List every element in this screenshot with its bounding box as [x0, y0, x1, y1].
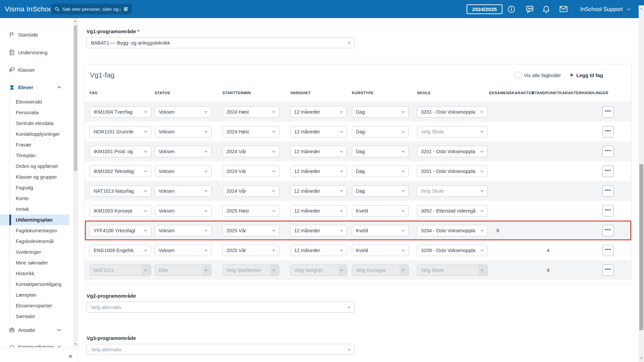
- sidebar-item-elever[interactable]: Elever: [0, 83, 73, 91]
- sidebar-scrollbar[interactable]: ▲ ▼: [73, 18, 78, 347]
- sidebar-subitem-personalia[interactable]: Personalia: [0, 107, 73, 118]
- sidebar-scrollbar-thumb[interactable]: [74, 25, 77, 171]
- sidebar-subitem-samtaler[interactable]: Samtaler: [0, 311, 73, 322]
- sidebar-subitem-inntak[interactable]: Inntak: [0, 204, 73, 215]
- row-actions-button[interactable]: •••: [602, 264, 614, 276]
- skole-select[interactable]: 3052 - Etterstad videregå: [417, 205, 488, 217]
- collapse-sidebar-icon[interactable]: «: [68, 352, 72, 359]
- vg3-program-select[interactable]: Velg alternativ: [87, 344, 355, 355]
- sidebar-item-undervisning[interactable]: Undervisning: [0, 48, 73, 56]
- kurstype-select[interactable]: Dag: [352, 166, 409, 177]
- vg2-program-select[interactable]: Velg alternativ: [87, 302, 355, 313]
- starttermin-select[interactable]: 2024 Vår: [222, 146, 279, 157]
- status-select[interactable]: Voksen: [155, 166, 212, 177]
- fag-select[interactable]: IKM1003 Konsept: [90, 205, 151, 217]
- checkbox-icon[interactable]: [515, 72, 522, 78]
- sidebar-subitem-klasser-og-grupper[interactable]: Klasser og grupper: [0, 172, 73, 182]
- starttermin-select[interactable]: 2025 Vår: [222, 225, 279, 236]
- sidebar-subitem-konto[interactable]: Konto: [0, 193, 73, 204]
- starttermin-select[interactable]: 2024 Høst: [222, 126, 279, 137]
- scroll-down-icon[interactable]: ▼: [73, 342, 78, 347]
- show-all-codes-toggle[interactable]: Vis alle fagkoder: [515, 72, 561, 78]
- varighet-select[interactable]: 12 måneder: [290, 166, 347, 177]
- fag-select[interactable]: IKM1001 Prod. og: [90, 146, 151, 157]
- row-actions-button[interactable]: •••: [602, 225, 614, 236]
- row-actions-button[interactable]: •••: [602, 106, 614, 118]
- skole-select[interactable]: 3201 - Oslo Voksenoppla: [417, 166, 488, 177]
- sidebar-item-startside[interactable]: Startside: [0, 31, 73, 39]
- status-select[interactable]: Voksen: [155, 146, 212, 157]
- scroll-up-icon[interactable]: ▲: [73, 19, 78, 23]
- vg1-program-select[interactable]: BABAT1---- Bygg- og anleggsteknikk: [87, 37, 355, 48]
- row-actions-button[interactable]: •••: [602, 205, 614, 217]
- fag-select[interactable]: NAT1013 Naturfag: [90, 185, 151, 197]
- varighet-select[interactable]: 12 måneder: [290, 146, 347, 157]
- sidebar-item-klasser[interactable]: Klasser: [0, 66, 73, 74]
- row-actions-button[interactable]: •••: [602, 146, 614, 157]
- sidebar-subitem-mine-søknader[interactable]: Mine søknader: [0, 257, 73, 268]
- status-select[interactable]: Voksen: [155, 185, 212, 197]
- sidebar-subitem-vurderinger[interactable]: Vurderinger: [0, 247, 73, 257]
- page-scrollbar-thumb[interactable]: [639, 164, 643, 330]
- sms-icon[interactable]: SMS: [525, 0, 534, 18]
- kurstype-select[interactable]: Kveld: [352, 245, 409, 256]
- sidebar-subitem-elevoversikt[interactable]: Elevoversikt: [0, 97, 73, 107]
- skole-select[interactable]: Velg Skole: [417, 185, 488, 197]
- starttermin-select[interactable]: 2024 Vår: [222, 166, 279, 177]
- kurstype-select[interactable]: Kveld: [352, 205, 409, 217]
- starttermin-select[interactable]: 2024 Høst: [222, 106, 279, 118]
- sidebar-item-kommunikasjon[interactable]: Kommunikasjon: [0, 343, 73, 347]
- sidebar-subitem-utdanningsplan[interactable]: Utdanningsplan: [0, 215, 69, 225]
- sidebar-item-ansatte[interactable]: Ansatte: [0, 326, 73, 334]
- fag-select[interactable]: YFF4106 Yrkesfagl: [90, 225, 151, 236]
- status-select[interactable]: Voksen: [155, 106, 212, 118]
- starttermin-select[interactable]: 2024 Vår: [222, 185, 279, 197]
- info-icon[interactable]: [507, 0, 516, 18]
- fag-select[interactable]: IKM1002 Teknolog: [90, 166, 151, 177]
- search-input[interactable]: [62, 7, 120, 12]
- row-actions-button[interactable]: •••: [602, 245, 614, 256]
- status-select[interactable]: Voksen: [155, 225, 212, 236]
- varighet-select[interactable]: 12 måneder: [290, 126, 347, 137]
- varighet-select[interactable]: 12 måneder: [290, 245, 347, 256]
- kurstype-select[interactable]: Kveld: [352, 225, 409, 236]
- skole-select[interactable]: 3201 - Oslo Voksenoppla: [417, 106, 488, 118]
- search-filter-icon[interactable]: [123, 6, 129, 12]
- sidebar-subitem-fagskolevitnemål[interactable]: Fagskolevitnemål: [0, 236, 73, 247]
- sidebar-subitem-fravær[interactable]: Fravær: [0, 139, 73, 150]
- skole-select[interactable]: 3204 - Oslo Voksenoppla: [417, 225, 488, 236]
- sidebar-subitem-kontaktpersontilgang[interactable]: Kontaktpersontilgang: [0, 279, 73, 290]
- sidebar-subitem-timeplan[interactable]: Timeplan: [0, 150, 73, 161]
- sidebar-subitem-fagvalg[interactable]: Fagvalg: [0, 182, 73, 193]
- fag-select[interactable]: NOR1151 Grunnle: [90, 126, 151, 137]
- skole-select[interactable]: Velg Skole: [417, 126, 488, 137]
- sidebar-subitem-læreplan[interactable]: Læreplan: [0, 290, 73, 300]
- sidebar-subitem-sentrale-elevdata[interactable]: Sentrale elevdata: [0, 118, 73, 129]
- skole-select[interactable]: 3201 - Oslo Voksenoppla: [417, 146, 488, 157]
- status-select[interactable]: Voksen: [155, 245, 212, 256]
- bell-icon[interactable]: [542, 0, 551, 18]
- scroll-down-icon[interactable]: ▼: [639, 356, 644, 361]
- sidebar-subitem-fagdokumentasjon[interactable]: Fagdokumentasjon: [0, 225, 73, 236]
- add-subject-button[interactable]: + Legg til fag: [570, 72, 603, 78]
- kurstype-select[interactable]: Dag: [352, 126, 409, 137]
- status-select[interactable]: Voksen: [155, 205, 212, 217]
- scroll-up-icon[interactable]: ▲: [639, 6, 644, 11]
- row-actions-button[interactable]: •••: [602, 166, 614, 177]
- user-menu[interactable]: InSchool Support: [580, 0, 631, 18]
- varighet-select[interactable]: 12 måneder: [290, 106, 347, 118]
- fag-select[interactable]: IKM1004 Tverrfag: [90, 106, 151, 118]
- sidebar-subitem-eksamenspartier[interactable]: Eksamenspartier: [0, 300, 73, 311]
- sidebar-subitem-kontaktopplysninger[interactable]: Kontaktopplysninger: [0, 129, 73, 139]
- skole-select[interactable]: 3209 - Oslo Voksenoppla: [417, 245, 488, 256]
- sidebar-subitem-orden-og-oppførsel[interactable]: Orden og oppførsel: [0, 161, 73, 172]
- status-select[interactable]: Voksen: [155, 126, 212, 137]
- school-year-button[interactable]: 2024/2025: [467, 4, 502, 14]
- varighet-select[interactable]: 12 måneder: [290, 225, 347, 236]
- kurstype-select[interactable]: Dag: [352, 185, 409, 197]
- page-scrollbar[interactable]: ▲ ▼: [639, 5, 644, 362]
- row-actions-button[interactable]: •••: [602, 185, 614, 197]
- row-actions-button[interactable]: •••: [602, 126, 614, 137]
- sidebar-subitem-historikk[interactable]: Historikk: [0, 268, 73, 279]
- starttermin-select[interactable]: 2025 Høst: [222, 205, 279, 217]
